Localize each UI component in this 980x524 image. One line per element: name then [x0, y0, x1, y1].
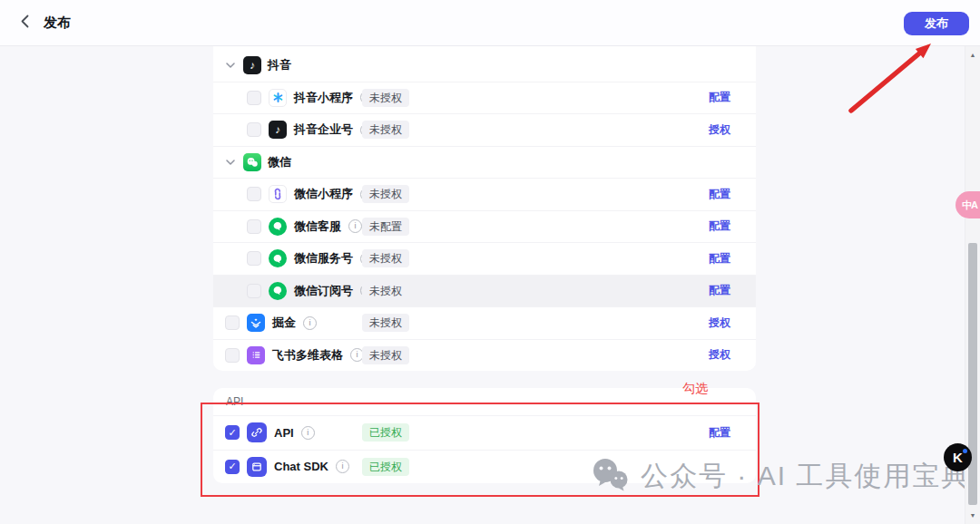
- channels-panel: 抖音 抖音小程序 未授权 配置 抖音企业号 未授权 授权 微信: [213, 46, 756, 371]
- channel-row-wechat-service[interactable]: 微信服务号 未授权 配置: [213, 243, 756, 276]
- channel-group-douyin[interactable]: 抖音: [213, 50, 756, 82]
- checkbox[interactable]: [247, 187, 261, 201]
- info-icon[interactable]: [348, 219, 362, 233]
- top-bar: 发布 发布: [0, 0, 980, 46]
- channel-row-wechat-kefu[interactable]: 微信客服 未配置 配置: [213, 211, 756, 244]
- configure-link[interactable]: 配置: [709, 251, 730, 267]
- wechat-miniprogram-icon: [269, 185, 287, 203]
- scrollbar-up-arrow-icon[interactable]: [968, 50, 977, 59]
- translate-pill[interactable]: 中A: [956, 191, 980, 218]
- checkbox-checked[interactable]: [225, 425, 240, 440]
- checkbox[interactable]: [225, 315, 240, 330]
- status-badge: 未授权: [362, 249, 409, 267]
- configure-link[interactable]: 配置: [709, 90, 730, 105]
- page-title: 发布: [44, 15, 71, 32]
- info-icon[interactable]: [303, 316, 317, 330]
- scrollbar-thumb[interactable]: [968, 243, 977, 505]
- channel-row-douyin-miniprogram[interactable]: 抖音小程序 未授权 配置: [213, 82, 756, 115]
- info-icon[interactable]: [336, 460, 349, 473]
- checkbox[interactable]: [247, 284, 261, 298]
- configure-link[interactable]: 配置: [709, 218, 730, 234]
- chevron-down-icon[interactable]: [224, 59, 237, 72]
- scrollbar-down-arrow-icon[interactable]: [968, 510, 977, 519]
- authorize-link[interactable]: 授权: [709, 122, 730, 138]
- channel-row-feishu-base[interactable]: 飞书多维表格 未授权 授权: [213, 340, 756, 372]
- annotation-label: 勾选: [682, 381, 708, 397]
- back-button[interactable]: [13, 11, 36, 34]
- wechat-icon: [243, 153, 261, 171]
- k-logo-badge[interactable]: K: [944, 443, 972, 471]
- channel-row-douyin-enterprise[interactable]: 抖音企业号 未授权 授权: [213, 114, 756, 147]
- channel-name: 微信订阅号: [294, 283, 353, 299]
- wechat-service-account-icon: [269, 249, 287, 267]
- status-badge: 未授权: [362, 121, 409, 139]
- status-badge: 未授权: [362, 185, 409, 203]
- status-badge: 未授权: [362, 346, 409, 364]
- douyin-icon: [243, 56, 261, 74]
- channel-name: 抖音企业号: [294, 121, 353, 138]
- configure-link[interactable]: 配置: [709, 425, 730, 441]
- channel-row-wechat-subscription[interactable]: 微信订阅号 未授权 配置: [213, 276, 756, 308]
- chevron-left-icon: [21, 15, 29, 32]
- api-section-label: API: [213, 388, 756, 415]
- checkbox[interactable]: [247, 251, 261, 266]
- configure-link[interactable]: 配置: [709, 283, 730, 298]
- chat-sdk-window-icon: [247, 457, 267, 477]
- channel-group-wechat[interactable]: 微信: [213, 147, 756, 180]
- status-badge: 未授权: [362, 89, 409, 107]
- checkbox[interactable]: [247, 91, 261, 105]
- wechat-subscription-account-icon: [269, 282, 287, 300]
- channel-name: 抖音小程序: [294, 90, 353, 106]
- checkbox[interactable]: [247, 219, 261, 234]
- feishu-base-icon: [247, 346, 265, 364]
- channel-row-juejin[interactable]: 掘金 未授权 授权: [213, 307, 756, 340]
- channel-name: 微信客服: [294, 218, 341, 235]
- checkbox[interactable]: [225, 348, 240, 363]
- channel-name: Chat SDK: [274, 460, 328, 473]
- configure-link[interactable]: 配置: [709, 187, 730, 202]
- channel-name: 微信小程序: [294, 186, 353, 202]
- checkbox[interactable]: [247, 122, 261, 137]
- channel-name: 微信服务号: [294, 250, 353, 267]
- info-icon[interactable]: [301, 426, 315, 440]
- authorize-link[interactable]: 授权: [709, 315, 730, 331]
- status-badge: 已授权: [362, 458, 409, 476]
- channel-row-api[interactable]: API 已授权 配置: [213, 415, 756, 450]
- translate-icon: 中A: [962, 199, 977, 212]
- api-panel: API API 已授权 配置 Chat SDK 已授权: [213, 388, 756, 483]
- checkbox-checked[interactable]: [225, 460, 240, 474]
- k-logo-letter: K: [953, 450, 963, 465]
- publish-button[interactable]: 发布: [904, 12, 969, 35]
- chevron-down-icon[interactable]: [224, 156, 237, 169]
- status-badge: 未授权: [362, 314, 409, 332]
- wechat-kefu-icon: [269, 218, 287, 236]
- status-badge: 未配置: [362, 218, 409, 236]
- channel-name: API: [274, 426, 294, 440]
- juejin-icon: [247, 314, 265, 332]
- api-link-icon: [247, 422, 267, 442]
- channel-name: 飞书多维表格: [272, 347, 343, 364]
- channel-group-name: 抖音: [268, 57, 291, 73]
- status-badge: 未授权: [362, 282, 409, 300]
- douyin-miniprogram-icon: [269, 89, 287, 107]
- status-badge: 已授权: [362, 423, 409, 442]
- authorize-link[interactable]: 授权: [709, 347, 730, 363]
- channel-group-name: 微信: [268, 154, 291, 170]
- channel-row-chat-sdk[interactable]: Chat SDK 已授权: [213, 450, 756, 484]
- channel-row-wechat-miniprogram[interactable]: 微信小程序 未授权 配置: [213, 179, 756, 211]
- douyin-enterprise-icon: [269, 121, 287, 139]
- channel-name: 掘金: [272, 315, 296, 331]
